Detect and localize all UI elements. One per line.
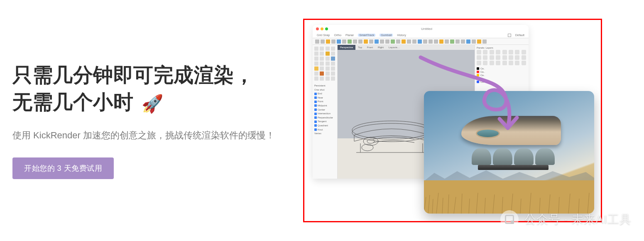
snap-options: Persistent One shot End Near Point Midpo…: [313, 82, 337, 138]
opt-item: Midpoint: [318, 104, 327, 107]
heading-line1: 只需几分钟即可完成渲染，: [12, 64, 254, 86]
viewport-tab: Layouts…: [386, 45, 402, 50]
fill-swatch-icon: [508, 34, 511, 37]
right-icon-grid: [477, 50, 527, 65]
mountains-icon: [424, 169, 594, 181]
watermark: 公众号 · 未来AI工具: [500, 210, 632, 229]
opt-item: Persistent: [314, 84, 335, 88]
opt-item: End: [318, 92, 322, 95]
svg-point-0: [352, 121, 431, 139]
opt-item: Perpendicular: [318, 116, 333, 119]
app-toolbar: [313, 38, 529, 45]
layer-row: Ca..: [477, 70, 527, 74]
hero-heading: 只需几分钟即可完成渲染， 无需几个小时 🚀: [12, 62, 286, 116]
toprow-item: History: [397, 34, 406, 37]
toprow-item: SmartTrack: [358, 34, 375, 37]
layer-row: Ca..: [477, 67, 527, 70]
opt-item: Quadrant: [318, 124, 328, 127]
viewport-tab: Front: [365, 45, 375, 50]
layer-row: Ca..: [477, 77, 527, 80]
rocket-icon: 🚀: [142, 92, 164, 116]
cta-button[interactable]: 开始您的 3 天免费试用: [12, 157, 114, 179]
grass-icon: [424, 180, 594, 214]
hero-left: 只需几分钟即可完成渲染， 无需几个小时 🚀 使用 KickRender 加速您的…: [12, 62, 303, 179]
hero-subheading: 使用 KickRender 加速您的创意之旅，挑战传统渲染软件的缓慢！: [12, 128, 278, 144]
toprow-item: Default: [515, 34, 524, 37]
opt-item: Point: [318, 100, 323, 103]
app-toprow: Grid Snap Ortho Planar SmartTrack Gumbal…: [313, 32, 529, 38]
traffic-lights: [316, 27, 328, 30]
wireframe-model-icon: [348, 118, 435, 158]
heading-line2: 无需几个小时: [12, 91, 133, 113]
viewport-tab: Right: [375, 45, 386, 50]
tool-grid: [313, 45, 337, 82]
close-dot-icon: [316, 27, 319, 30]
toprow-item: Planar: [345, 34, 354, 37]
svg-point-3: [367, 139, 375, 143]
app-left-panel: Persistent One shot End Near Point Midpo…: [313, 45, 338, 179]
app-title: Untitled: [328, 27, 525, 31]
toprow-item: Grid Snap: [317, 34, 330, 37]
viewport-tabs: Perspective Top Front Right Layouts…: [338, 45, 475, 50]
toprow-item: Gumball: [380, 34, 393, 37]
heading-line2-wrap: 无需几个小时 🚀: [12, 89, 286, 116]
opt-item: Center: [318, 108, 325, 111]
layer-row: Ca..: [477, 80, 527, 84]
opt-item: One shot: [314, 88, 335, 92]
layer-row: Ca..: [477, 74, 527, 77]
viewport-tab: Top: [355, 45, 365, 50]
opt-item: Intersection: [318, 112, 331, 115]
hero-image: Untitled Grid Snap Ortho Planar SmartTra…: [303, 19, 602, 222]
right-panel-title: Panels: Layers: [477, 47, 527, 49]
zoom-dot-icon: [325, 27, 328, 30]
minimize-dot-icon: [321, 27, 323, 30]
opt-item: Near: [318, 96, 323, 99]
svg-point-1: [352, 123, 431, 142]
render-output-image: [424, 91, 594, 214]
rendered-building-icon: [453, 116, 569, 170]
opt-item: Vertex: [314, 132, 335, 136]
opt-item: Knot: [318, 128, 323, 131]
app-titlebar: Untitled: [313, 25, 529, 32]
layers-list: Ca.. Ca.. Ca.. Ca.. Ca..: [477, 67, 527, 84]
watermark-text: 公众号 · 未来AI工具: [524, 211, 632, 227]
viewport-tab: Perspective: [338, 45, 355, 50]
toprow-item: Ortho: [334, 34, 342, 37]
wechat-icon: [500, 210, 519, 229]
opt-item: Tangent: [318, 120, 326, 123]
